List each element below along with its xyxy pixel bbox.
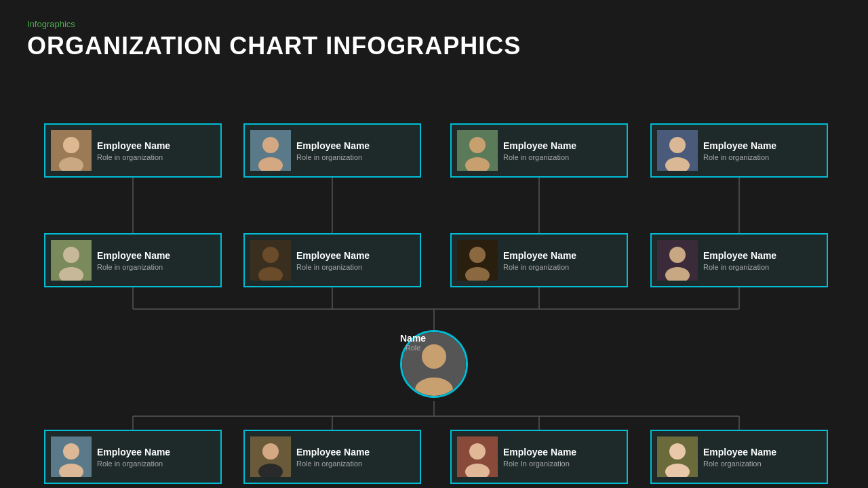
employee-role: Role organization <box>703 460 821 468</box>
bot-col2-row1-card: Employee Name Role in organization <box>243 430 421 484</box>
svg-point-40 <box>669 137 686 153</box>
employee-name: Employee Name <box>503 446 621 458</box>
page-title: ORGANIZATION CHART INFOGRAPHICS <box>27 32 841 60</box>
avatar <box>51 436 92 477</box>
employee-name: Employee Name <box>97 446 215 458</box>
svg-point-43 <box>669 247 686 263</box>
employee-name: Employee Name <box>97 140 215 152</box>
avatar <box>457 240 498 281</box>
employee-info: Employee Name Role in organization <box>97 140 215 161</box>
org-chart: Employee Name Role in organization Emplo… <box>0 67 868 474</box>
avatar <box>250 130 291 171</box>
svg-point-49 <box>63 443 79 460</box>
page-header: Infographics ORGANIZATION CHART INFOGRAP… <box>0 0 868 67</box>
svg-point-28 <box>262 137 279 153</box>
employee-role: Role in organization <box>296 153 414 161</box>
employee-info: Employee Name Role in organization <box>503 249 621 271</box>
employee-info: Employee Name Role In organization <box>503 446 621 468</box>
employee-role: Role in organization <box>296 460 414 468</box>
employee-info: Employee Name Role in organization <box>703 249 821 271</box>
bot-col1-row1-card: Employee Name Role in organization <box>44 430 222 484</box>
employee-info: Employee Name Role in organization <box>296 140 414 161</box>
top-col4-row1-card: Employee Name Role in organization <box>650 123 828 178</box>
employee-role: Role in organization <box>503 153 621 161</box>
employee-name: Employee Name <box>503 249 621 262</box>
svg-point-67 <box>669 443 686 460</box>
top-col3-row2-card: Employee Name Role in organization <box>450 233 628 287</box>
svg-point-34 <box>469 137 486 153</box>
employee-name: Employee Name <box>296 140 414 152</box>
employee-role: Role In organization <box>503 460 621 468</box>
employee-name: Employee Name <box>703 140 821 152</box>
bot-col4-row1-card: Employee Name Role organization <box>650 430 828 484</box>
employee-role: Role in organization <box>296 263 414 271</box>
employee-name: Employee Name <box>296 249 414 262</box>
svg-point-37 <box>469 247 486 263</box>
avatar <box>457 436 498 477</box>
avatar <box>250 436 291 477</box>
employee-info: Employee Name Role organization <box>703 446 821 468</box>
avatar <box>657 130 698 171</box>
avatar <box>657 240 698 281</box>
svg-point-25 <box>63 247 79 263</box>
top-col1-row1-card: Employee Name Role in organization <box>44 123 222 178</box>
employee-info: Employee Name Role in organization <box>296 249 414 271</box>
top-col4-row2-card: Employee Name Role in organization <box>650 233 828 287</box>
top-col3-row1-card: Employee Name Role in organization <box>450 123 628 178</box>
svg-point-55 <box>262 443 279 460</box>
employee-name: Employee Name <box>703 446 821 458</box>
svg-point-61 <box>469 443 486 460</box>
employee-info: Employee Name Role in organization <box>503 140 621 161</box>
employee-info: Employee Name Role in organization <box>703 140 821 161</box>
top-col2-row2-card: Employee Name Role in organization <box>243 233 421 287</box>
center-name: Name <box>400 333 426 344</box>
svg-point-31 <box>262 247 279 263</box>
employee-role: Role in organization <box>703 263 821 271</box>
center-container: Name Role <box>400 330 426 349</box>
employee-role: Role in organization <box>703 153 821 161</box>
top-col1-row2-card: Employee Name Role in organization <box>44 233 222 287</box>
avatar <box>51 240 92 281</box>
avatar <box>657 436 698 477</box>
svg-point-23 <box>63 137 79 153</box>
employee-role: Role in organization <box>503 263 621 271</box>
employee-info: Employee Name Role in organization <box>296 446 414 468</box>
employee-role: Role in organization <box>97 153 215 161</box>
employee-name: Employee Name <box>503 140 621 152</box>
employee-name: Employee Name <box>703 249 821 262</box>
employee-role: Role in organization <box>97 263 215 271</box>
infographics-label: Infographics <box>27 19 841 29</box>
avatar <box>457 130 498 171</box>
employee-name: Employee Name <box>97 249 215 262</box>
center-label: Name Role <box>400 333 426 352</box>
avatar <box>51 130 92 171</box>
employee-name: Employee Name <box>296 446 414 458</box>
top-col2-row1-card: Employee Name Role in organization <box>243 123 421 178</box>
employee-info: Employee Name Role in organization <box>97 446 215 468</box>
bot-col3-row1-card: Employee Name Role In organization <box>450 430 628 484</box>
employee-role: Role in organization <box>97 460 215 468</box>
employee-info: Employee Name Role in organization <box>97 249 215 271</box>
center-role: Role <box>400 344 426 352</box>
avatar <box>250 240 291 281</box>
